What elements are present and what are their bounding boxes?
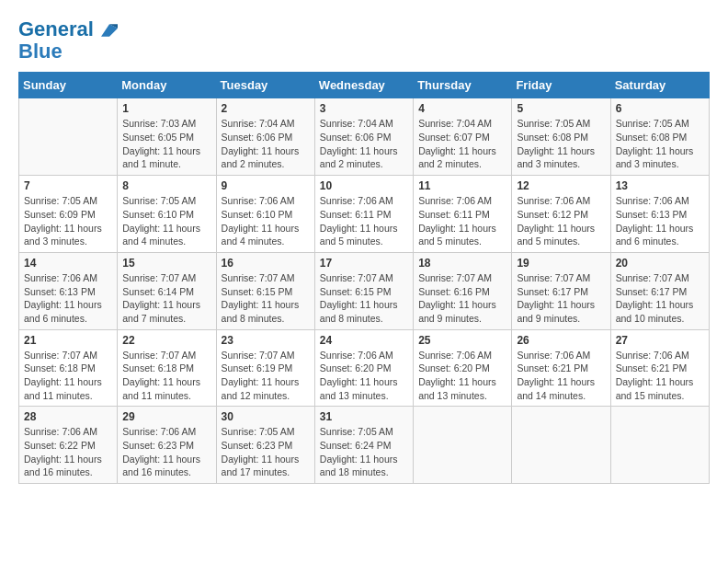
- day-detail: Sunrise: 7:06 AMSunset: 6:11 PMDaylight:…: [320, 194, 408, 248]
- calendar-cell: 22Sunrise: 7:07 AMSunset: 6:18 PMDayligh…: [118, 329, 216, 407]
- calendar-cell: 12Sunrise: 7:06 AMSunset: 6:12 PMDayligh…: [512, 176, 610, 253]
- day-number: 16: [222, 257, 310, 270]
- calendar-cell: 31Sunrise: 7:05 AMSunset: 6:24 PMDayligh…: [314, 407, 413, 484]
- header-day-tuesday: Tuesday: [216, 73, 314, 98]
- calendar-cell: 15Sunrise: 7:07 AMSunset: 6:14 PMDayligh…: [118, 252, 216, 329]
- calendar-cell: 20Sunrise: 7:07 AMSunset: 6:17 PMDayligh…: [610, 252, 709, 329]
- day-detail: Sunrise: 7:07 AMSunset: 6:17 PMDaylight:…: [517, 271, 605, 326]
- day-detail: Sunrise: 7:04 AMSunset: 6:06 PMDaylight:…: [222, 117, 310, 171]
- calendar-cell: 10Sunrise: 7:06 AMSunset: 6:11 PMDayligh…: [314, 176, 413, 253]
- day-detail: Sunrise: 7:05 AMSunset: 6:09 PMDaylight:…: [24, 194, 112, 248]
- calendar-cell: 21Sunrise: 7:07 AMSunset: 6:18 PMDayligh…: [19, 329, 118, 407]
- week-row-4: 21Sunrise: 7:07 AMSunset: 6:18 PMDayligh…: [19, 329, 710, 407]
- day-number: 4: [418, 102, 506, 115]
- day-number: 12: [517, 179, 605, 192]
- week-row-5: 28Sunrise: 7:06 AMSunset: 6:22 PMDayligh…: [19, 407, 710, 484]
- day-detail: Sunrise: 7:07 AMSunset: 6:18 PMDaylight:…: [122, 349, 210, 403]
- day-number: 24: [320, 334, 408, 347]
- day-detail: Sunrise: 7:07 AMSunset: 6:17 PMDaylight:…: [616, 271, 704, 326]
- logo-blue: Blue: [18, 40, 63, 63]
- calendar-cell: 11Sunrise: 7:06 AMSunset: 6:11 PMDayligh…: [414, 176, 512, 253]
- calendar-table: SundayMondayTuesdayWednesdayThursdayFrid…: [18, 72, 710, 484]
- day-number: 3: [320, 102, 408, 115]
- calendar-cell: 1Sunrise: 7:03 AMSunset: 6:05 PMDaylight…: [118, 98, 216, 176]
- header-row: SundayMondayTuesdayWednesdayThursdayFrid…: [19, 73, 710, 98]
- calendar-cell: 14Sunrise: 7:06 AMSunset: 6:13 PMDayligh…: [19, 252, 118, 329]
- day-number: 1: [122, 102, 210, 115]
- calendar-cell: 6Sunrise: 7:05 AMSunset: 6:08 PMDaylight…: [610, 98, 709, 176]
- day-detail: Sunrise: 7:06 AMSunset: 6:10 PMDaylight:…: [222, 194, 310, 248]
- day-detail: Sunrise: 7:07 AMSunset: 6:14 PMDaylight:…: [122, 271, 210, 326]
- day-detail: Sunrise: 7:06 AMSunset: 6:20 PMDaylight:…: [320, 349, 408, 403]
- day-detail: Sunrise: 7:06 AMSunset: 6:11 PMDaylight:…: [418, 194, 506, 248]
- week-row-3: 14Sunrise: 7:06 AMSunset: 6:13 PMDayligh…: [19, 252, 710, 329]
- header-day-friday: Friday: [512, 73, 610, 98]
- header-day-monday: Monday: [118, 73, 216, 98]
- day-detail: Sunrise: 7:06 AMSunset: 6:21 PMDaylight:…: [616, 349, 704, 403]
- day-detail: Sunrise: 7:05 AMSunset: 6:08 PMDaylight:…: [616, 117, 704, 171]
- day-detail: Sunrise: 7:05 AMSunset: 6:10 PMDaylight:…: [122, 194, 210, 248]
- day-number: 18: [418, 257, 506, 270]
- page-header: General Blue: [18, 18, 710, 63]
- calendar-cell: 17Sunrise: 7:07 AMSunset: 6:15 PMDayligh…: [314, 252, 413, 329]
- day-number: 20: [616, 257, 704, 270]
- day-number: 28: [24, 410, 112, 423]
- day-number: 17: [320, 257, 408, 270]
- calendar-cell: 19Sunrise: 7:07 AMSunset: 6:17 PMDayligh…: [512, 252, 610, 329]
- day-detail: Sunrise: 7:06 AMSunset: 6:23 PMDaylight:…: [122, 425, 210, 479]
- logo: General Blue: [18, 18, 118, 63]
- week-row-1: 1Sunrise: 7:03 AMSunset: 6:05 PMDaylight…: [19, 98, 710, 176]
- header-day-thursday: Thursday: [414, 73, 512, 98]
- calendar-cell: 9Sunrise: 7:06 AMSunset: 6:10 PMDaylight…: [216, 176, 314, 253]
- calendar-cell: 8Sunrise: 7:05 AMSunset: 6:10 PMDaylight…: [118, 176, 216, 253]
- day-detail: Sunrise: 7:06 AMSunset: 6:12 PMDaylight:…: [517, 194, 605, 248]
- day-detail: Sunrise: 7:03 AMSunset: 6:05 PMDaylight:…: [122, 117, 210, 171]
- day-detail: Sunrise: 7:05 AMSunset: 6:23 PMDaylight:…: [222, 425, 310, 479]
- day-detail: Sunrise: 7:07 AMSunset: 6:18 PMDaylight:…: [24, 349, 112, 403]
- calendar-cell: [610, 407, 709, 484]
- calendar-cell: 28Sunrise: 7:06 AMSunset: 6:22 PMDayligh…: [19, 407, 118, 484]
- day-number: 5: [517, 102, 605, 115]
- calendar-cell: 5Sunrise: 7:05 AMSunset: 6:08 PMDaylight…: [512, 98, 610, 176]
- day-number: 26: [517, 334, 605, 347]
- calendar-cell: 29Sunrise: 7:06 AMSunset: 6:23 PMDayligh…: [118, 407, 216, 484]
- day-number: 10: [320, 179, 408, 192]
- day-number: 13: [616, 179, 704, 192]
- header-day-sunday: Sunday: [19, 73, 118, 98]
- day-detail: Sunrise: 7:04 AMSunset: 6:07 PMDaylight:…: [418, 117, 506, 171]
- day-number: 7: [24, 179, 112, 192]
- calendar-cell: [414, 407, 512, 484]
- calendar-cell: 27Sunrise: 7:06 AMSunset: 6:21 PMDayligh…: [610, 329, 709, 407]
- calendar-cell: 25Sunrise: 7:06 AMSunset: 6:20 PMDayligh…: [414, 329, 512, 407]
- calendar-cell: 13Sunrise: 7:06 AMSunset: 6:13 PMDayligh…: [610, 176, 709, 253]
- day-number: 8: [122, 179, 210, 192]
- day-detail: Sunrise: 7:06 AMSunset: 6:22 PMDaylight:…: [24, 425, 112, 479]
- calendar-cell: 4Sunrise: 7:04 AMSunset: 6:07 PMDaylight…: [414, 98, 512, 176]
- week-row-2: 7Sunrise: 7:05 AMSunset: 6:09 PMDaylight…: [19, 176, 710, 253]
- day-detail: Sunrise: 7:04 AMSunset: 6:06 PMDaylight:…: [320, 117, 408, 171]
- day-number: 30: [222, 410, 310, 423]
- day-number: 14: [24, 257, 112, 270]
- day-number: 9: [222, 179, 310, 192]
- calendar-cell: 3Sunrise: 7:04 AMSunset: 6:06 PMDaylight…: [314, 98, 413, 176]
- calendar-cell: 16Sunrise: 7:07 AMSunset: 6:15 PMDayligh…: [216, 252, 314, 329]
- day-number: 31: [320, 410, 408, 423]
- logo-icon: [101, 24, 118, 37]
- day-detail: Sunrise: 7:07 AMSunset: 6:15 PMDaylight:…: [320, 271, 408, 326]
- day-detail: Sunrise: 7:06 AMSunset: 6:13 PMDaylight:…: [616, 194, 704, 248]
- day-number: 25: [418, 334, 506, 347]
- logo-general: General: [18, 17, 94, 40]
- day-detail: Sunrise: 7:07 AMSunset: 6:15 PMDaylight:…: [222, 271, 310, 326]
- day-number: 23: [222, 334, 310, 347]
- calendar-cell: [512, 407, 610, 484]
- logo-text: General: [18, 18, 118, 40]
- day-detail: Sunrise: 7:06 AMSunset: 6:21 PMDaylight:…: [517, 349, 605, 403]
- day-detail: Sunrise: 7:07 AMSunset: 6:16 PMDaylight:…: [418, 271, 506, 326]
- calendar-cell: 18Sunrise: 7:07 AMSunset: 6:16 PMDayligh…: [414, 252, 512, 329]
- calendar-cell: 30Sunrise: 7:05 AMSunset: 6:23 PMDayligh…: [216, 407, 314, 484]
- calendar-cell: 23Sunrise: 7:07 AMSunset: 6:19 PMDayligh…: [216, 329, 314, 407]
- header-day-saturday: Saturday: [610, 73, 709, 98]
- day-number: 6: [616, 102, 704, 115]
- day-detail: Sunrise: 7:06 AMSunset: 6:13 PMDaylight:…: [24, 271, 112, 326]
- calendar-cell: 26Sunrise: 7:06 AMSunset: 6:21 PMDayligh…: [512, 329, 610, 407]
